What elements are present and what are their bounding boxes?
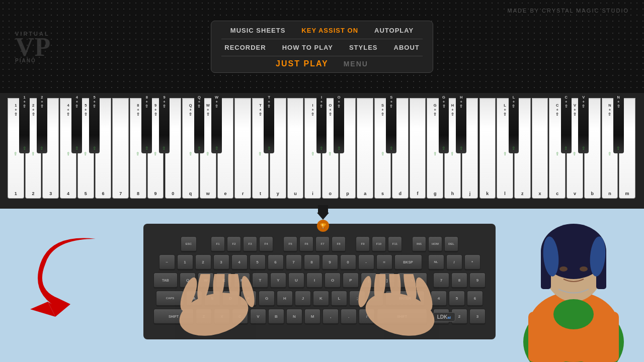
person-image	[513, 216, 634, 362]
kb-num9: 9	[469, 273, 486, 289]
kb-nummul: *	[464, 254, 480, 270]
nav-recorder[interactable]: RECORDER	[221, 42, 269, 53]
black-key-s[interactable]: S+⇧⇧	[386, 93, 396, 153]
key-bottom-label-m: m	[625, 191, 629, 196]
black-key-t[interactable]: T+⇧⇧	[264, 93, 274, 153]
piano-section: VIRTUAL VP PIANO MADE BY CRYSTAL MAGIC S…	[0, 0, 644, 209]
kb-f6: F6	[299, 236, 313, 252]
key-arrow-s: ⇧	[381, 151, 385, 156]
white-key-7[interactable]: ⇧7	[112, 98, 129, 199]
black-key-c[interactable]: C+⇧⇧	[561, 93, 572, 153]
black-key-arrow-t: ⇧	[267, 146, 271, 151]
white-key-r[interactable]: ⇧r	[234, 98, 251, 199]
key-bottom-label-0: 0	[172, 191, 174, 196]
nav-row-1: MUSIC SHEETS KEY ASSIST ON AUTOPLAY	[227, 25, 417, 36]
kb-0: 0	[340, 254, 356, 270]
black-key-o[interactable]: O+⇧⇧	[334, 93, 344, 153]
black-key-1[interactable]: 1+⇧⇧	[19, 93, 30, 153]
key-bottom-label-i: i	[312, 191, 313, 196]
black-key-i[interactable]: I+⇧⇧	[316, 93, 327, 153]
key-top-label-v: V+⇧	[573, 103, 577, 117]
black-key-4[interactable]: 4+⇧⇧	[71, 93, 82, 153]
key-bottom-label-y: y	[277, 191, 279, 196]
nav-styles[interactable]: STYLES	[346, 42, 381, 53]
menu-button[interactable]: MENU	[344, 60, 368, 68]
nav-key-assist[interactable]: KEY ASSIST ON	[298, 25, 361, 36]
key-arrow-t: ⇧	[258, 151, 262, 156]
key-bottom-label-k: k	[486, 191, 489, 196]
piano-arrow-connector: 🏆	[317, 205, 329, 232]
black-key-label-top-o: O+⇧	[337, 95, 341, 109]
black-key-label-top-l: L+⇧	[512, 95, 515, 109]
keyboard-container: 1+⇧⇧12+⇧⇧2 ⇧34+⇧⇧45+⇧⇧5 ⇧6 ⇧78+⇧⇧89+⇧⇧9 …	[0, 93, 644, 209]
key-bottom-label-d: d	[398, 191, 401, 196]
black-key-label-top-4: 4+⇧	[75, 95, 78, 109]
key-bottom-label-6: 6	[102, 191, 104, 196]
key-bottom-label-j: j	[469, 191, 471, 196]
black-key-arrow-1: ⇧	[23, 146, 27, 151]
black-key-9[interactable]: 9+⇧⇧	[159, 93, 170, 153]
black-key-w[interactable]: W+⇧⇧	[211, 93, 222, 153]
key-bottom-label-5: 5	[85, 191, 87, 196]
just-play-button[interactable]: JUST PLAY	[276, 59, 329, 68]
black-key-n[interactable]: N+⇧⇧	[613, 93, 624, 153]
logo: VIRTUAL VP PIANO	[15, 30, 51, 63]
kb-f7: F7	[315, 236, 330, 252]
key-bottom-label-t: t	[260, 191, 261, 196]
black-key-v[interactable]: V+⇧⇧	[578, 93, 589, 153]
nav-music-sheets[interactable]: MUSIC SHEETS	[227, 25, 289, 36]
key-top-label-n: N+⇧	[608, 103, 611, 117]
kb-f10: F10	[372, 236, 386, 252]
kb-minus: -	[358, 254, 374, 270]
kb-9: 9	[322, 254, 338, 270]
kb-7: 7	[286, 254, 302, 270]
nav-how-to-play[interactable]: HOW TO PLAY	[279, 42, 336, 53]
svg-point-23	[580, 266, 588, 272]
kb-del: DEL	[444, 236, 458, 252]
key-bottom-label-8: 8	[137, 191, 139, 196]
key-arrow-o: ⇧	[328, 151, 332, 156]
black-key-5[interactable]: 5+⇧⇧	[89, 93, 100, 153]
black-key-arrow-n: ⇧	[616, 146, 620, 151]
black-key-l[interactable]: L+⇧⇧	[509, 93, 519, 153]
kb-row-num: ~ 1 2 3 4 5 6 7 8 9 0 - = BKSP NL / *	[151, 254, 488, 270]
black-key-g[interactable]: G+⇧⇧	[439, 93, 449, 153]
nav-about[interactable]: ABOUT	[391, 42, 423, 53]
key-arrow-l: ⇧	[503, 151, 507, 156]
white-key-k[interactable]: ⇧k	[479, 98, 496, 199]
key-bottom-label-a: a	[364, 191, 366, 196]
kb-num6: 6	[467, 291, 483, 307]
nav-autoplay[interactable]: AUTOPLAY	[371, 25, 417, 36]
white-key-f[interactable]: ⇧f	[410, 98, 426, 199]
black-key-q[interactable]: Q+⇧⇧	[194, 93, 205, 153]
kb-1: 1	[177, 254, 193, 270]
white-key-a[interactable]: ⇧a	[357, 98, 373, 199]
black-key-arrow-5: ⇧	[93, 146, 97, 151]
kb-f5: F5	[283, 236, 297, 252]
svg-point-26	[553, 299, 594, 329]
white-key-x[interactable]: ⇧x	[532, 98, 548, 199]
key-top-label-i: I+⇧	[311, 103, 314, 117]
kb-equals: =	[376, 254, 392, 270]
key-top-label-l: L+⇧	[503, 103, 507, 117]
black-key-h[interactable]: H+⇧⇧	[456, 93, 466, 153]
key-top-label-o: O+⇧	[329, 103, 332, 117]
key-top-label-h: H+⇧	[451, 103, 454, 117]
key-arrow-w: ⇧	[206, 151, 210, 156]
key-top-label-g: G+⇧	[433, 103, 437, 117]
key-bottom-label-4: 4	[67, 191, 69, 196]
nav-divider-2	[221, 56, 423, 56]
kb-f9: F9	[356, 236, 370, 252]
keyboard-photo: ESC F1 F2 F3 F4 F5 F6 F7 F8 F9 F10 F11 I…	[143, 224, 496, 339]
key-bottom-label-s: s	[381, 191, 384, 196]
white-key-u[interactable]: ⇧u	[287, 98, 304, 199]
made-by-credit: MADE BY CRYSTAL MAGIC STUDIO	[508, 8, 629, 14]
black-key-2[interactable]: 2+⇧⇧	[37, 93, 47, 153]
black-key-8[interactable]: 8+⇧⇧	[141, 93, 152, 153]
key-arrow-i: ⇧	[311, 151, 315, 156]
key-bottom-label-g: g	[434, 191, 437, 196]
kb-esc: ESC	[181, 236, 197, 252]
black-key-arrow-v: ⇧	[582, 146, 586, 151]
key-bottom-label-q: q	[189, 191, 192, 196]
black-key-arrow-h: ⇧	[459, 146, 463, 151]
